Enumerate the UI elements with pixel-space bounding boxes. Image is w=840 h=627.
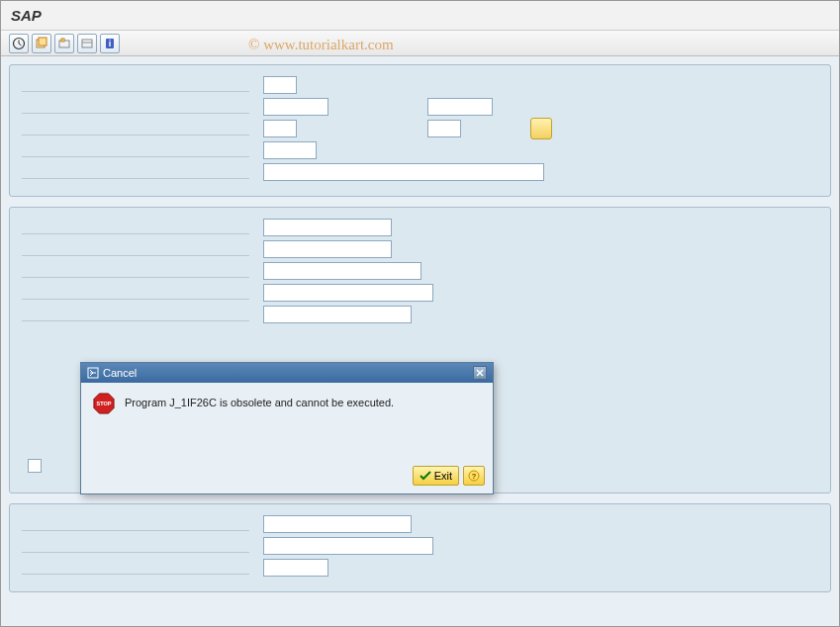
field-label (22, 242, 249, 256)
input-field[interactable] (263, 219, 392, 236)
selection-options-button[interactable] (530, 118, 552, 139)
field-label (22, 517, 249, 531)
help-button[interactable]: ? (463, 466, 485, 486)
check-icon (420, 471, 431, 481)
field-label (22, 221, 249, 234)
input-field[interactable] (263, 306, 412, 323)
input-field[interactable] (263, 98, 328, 116)
dialog-icon (87, 367, 99, 379)
field-label (22, 100, 249, 114)
field-label (22, 165, 249, 179)
svg-text:i: i (109, 39, 112, 48)
svg-line-2 (19, 44, 22, 45)
dialog-close-button[interactable] (473, 366, 487, 380)
exit-button[interactable]: Exit (413, 466, 459, 486)
field-label (22, 143, 249, 157)
input-field[interactable] (427, 98, 493, 116)
dialog-title-text: Cancel (103, 367, 137, 379)
svg-rect-4 (39, 38, 47, 45)
svg-text:?: ? (472, 472, 477, 481)
exit-button-label: Exit (434, 470, 452, 482)
group-box-3 (9, 503, 831, 592)
info-button[interactable]: i (100, 34, 120, 53)
svg-text:STOP: STOP (97, 401, 112, 406)
field-label (22, 308, 249, 321)
input-field[interactable] (263, 240, 392, 258)
cancel-dialog: Cancel STOP Program J_1IF26C is obsolete… (80, 362, 494, 494)
field-label (22, 122, 249, 135)
help-icon: ? (468, 470, 480, 482)
application-toolbar: i (1, 31, 839, 56)
toolbar-button-3[interactable] (54, 34, 74, 53)
input-field[interactable] (263, 76, 297, 94)
stop-icon: STOP (93, 393, 115, 414)
field-label (22, 561, 249, 575)
dialog-titlebar: Cancel (81, 363, 493, 383)
input-field[interactable] (263, 559, 328, 577)
group-box-1 (9, 64, 831, 197)
svg-rect-6 (61, 39, 64, 42)
input-field[interactable] (263, 537, 433, 555)
toolbar-button-4[interactable] (77, 34, 97, 53)
checkbox[interactable] (28, 459, 42, 473)
input-field[interactable] (263, 262, 421, 280)
field-label (22, 264, 249, 278)
window-title: SAP (1, 1, 839, 31)
content-area (1, 56, 839, 627)
input-field[interactable] (263, 515, 412, 533)
get-variant-button[interactable] (32, 34, 51, 53)
svg-rect-7 (82, 40, 92, 47)
field-label (22, 286, 249, 300)
field-label (22, 539, 249, 553)
input-field[interactable] (263, 120, 297, 137)
input-field[interactable] (263, 163, 544, 181)
input-field[interactable] (263, 284, 433, 302)
input-field[interactable] (263, 141, 317, 159)
execute-button[interactable] (9, 34, 29, 53)
input-field[interactable] (427, 120, 461, 137)
field-label (22, 78, 249, 92)
dialog-message: Program J_1IF26C is obsolete and cannot … (125, 393, 394, 411)
